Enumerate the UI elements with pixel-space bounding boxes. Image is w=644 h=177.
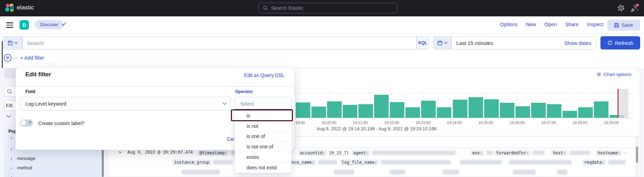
date-range-display[interactable]: Last 15 minutes Show dates: [451, 36, 596, 49]
menu-icon[interactable]: [6, 22, 13, 28]
histogram-bar[interactable]: [468, 97, 483, 118]
nav-link-open[interactable]: Open: [544, 22, 557, 27]
histogram-bar[interactable]: [327, 101, 342, 118]
global-search-placeholder: Search Elastic: [271, 5, 303, 11]
doc-field[interactable]: accountid:10_15_7): [298, 150, 349, 156]
chart-options-button[interactable]: Chart options: [596, 72, 631, 77]
space-avatar[interactable]: D: [20, 20, 29, 30]
help-icon[interactable]: [617, 4, 625, 12]
newsfeed-icon[interactable]: [630, 4, 639, 13]
save-button[interactable]: Save: [607, 20, 640, 31]
redacted-value: [509, 160, 572, 164]
doc-field[interactable]: log_file_name:: [340, 159, 450, 165]
histogram-bar[interactable]: [343, 105, 357, 118]
edit-as-query-dsl-link[interactable]: Edit as Query DSL: [244, 72, 285, 78]
doc-field[interactable]: [509, 159, 572, 165]
doc-field[interactable]: hostname:-: [596, 150, 627, 156]
save-icon: [614, 23, 619, 28]
doc-field[interactable]: instance_group: [172, 159, 232, 165]
doc-field[interactable]: host:: [551, 150, 590, 156]
histogram-bar[interactable]: [296, 102, 310, 118]
histogram-bar[interactable]: [421, 101, 436, 118]
doc-field-key[interactable]: agent:: [351, 150, 370, 156]
expand-row-icon[interactable]: >: [119, 150, 121, 155]
kql-language-button[interactable]: KQL: [417, 36, 429, 49]
popover-divider: [16, 86, 294, 87]
filter-set-icon[interactable]: [3, 54, 12, 62]
redacted-value: [533, 151, 545, 155]
show-dates-button[interactable]: Show dates: [564, 40, 591, 46]
x-axis-tick-label: 19:25:00: [478, 121, 493, 125]
redacted-value: [213, 160, 232, 164]
histogram-bar[interactable]: [405, 107, 420, 118]
operator-option-does-not-exist[interactable]: does not exist: [235, 162, 292, 173]
redacted-value: [318, 160, 337, 164]
doc-field-key[interactable]: accountid:: [298, 150, 327, 156]
x-axis-tick-label: 19:27:00: [541, 121, 556, 125]
query-search-placeholder: Search: [27, 40, 44, 46]
date-picker-quick-menu-button[interactable]: [433, 36, 451, 49]
histogram-bar[interactable]: [374, 95, 389, 118]
chevron-down-icon: [223, 102, 227, 105]
saved-query-icon: [8, 41, 13, 45]
global-search-input[interactable]: Search Elastic: [258, 3, 397, 13]
operator-combobox[interactable]: Select: [235, 97, 292, 110]
field-list-item[interactable]: t: [8, 146, 14, 152]
doc-field[interactable]: [460, 159, 502, 165]
nav-link-options[interactable]: Options: [500, 22, 518, 27]
field-list-item[interactable]: tmessage: [8, 155, 36, 161]
query-search-input[interactable]: Search: [22, 36, 417, 49]
refresh-button[interactable]: Refresh: [600, 36, 640, 49]
histogram-bar[interactable]: [358, 104, 373, 118]
operator-option-is-not-one-of[interactable]: is not one of: [235, 142, 292, 152]
operator-option-is-one-of[interactable]: is one of: [235, 131, 292, 142]
doc-field-key[interactable]: forwardedfor:: [494, 150, 530, 156]
doc-field-key[interactable]: @timestamp:: [198, 150, 229, 156]
histogram-bar[interactable]: [515, 106, 530, 118]
histogram-bar[interactable]: [311, 107, 326, 118]
histogram-bar[interactable]: [484, 99, 499, 118]
doc-field[interactable]: forwardedfor:: [494, 150, 545, 156]
doc-field-key[interactable]: env:: [471, 150, 484, 156]
table-scrollbar-thumb[interactable]: [636, 147, 638, 163]
doc-field-key[interactable]: hostname:: [596, 150, 622, 156]
operator-option-is-not[interactable]: is not: [235, 121, 292, 132]
doc-field-key[interactable]: log_file_name:: [340, 160, 379, 165]
histogram-bar[interactable]: [562, 111, 577, 118]
histogram-bar[interactable]: [500, 103, 514, 118]
breadcrumb[interactable]: Discover: [35, 20, 64, 29]
field-list-item[interactable]: t: [8, 134, 14, 140]
nav-link-new[interactable]: New: [526, 22, 536, 27]
sidebar-scrollbar[interactable]: [102, 150, 104, 177]
histogram-bar[interactable]: [594, 101, 608, 118]
histogram-bar[interactable]: [437, 107, 451, 118]
time-range-value[interactable]: Last 15 minutes: [456, 40, 493, 46]
doc-field[interactable]: env:: [471, 150, 493, 156]
doc-field-key[interactable]: reqdata:: [582, 160, 606, 165]
nav-link-inspect[interactable]: Inspect: [587, 22, 603, 27]
saved-query-menu-button[interactable]: [3, 36, 22, 49]
add-filter-button[interactable]: + Add filter: [20, 55, 44, 61]
histogram-bar[interactable]: [578, 107, 593, 118]
histogram-bar[interactable]: [390, 102, 404, 118]
x-axis-tick-label: 19:24:00: [447, 121, 462, 125]
doc-field-key[interactable]: host:: [551, 150, 567, 156]
histogram-bar[interactable]: [453, 100, 467, 118]
check-icon[interactable]: [62, 22, 67, 26]
histogram-bar[interactable]: [547, 104, 561, 118]
doc-field[interactable]: reqdata:: [582, 159, 626, 165]
field-list-item[interactable]: t: [8, 174, 14, 177]
filter-pin-divider: [13, 58, 17, 59]
field-combobox[interactable]: Log-Level.keyword: [20, 97, 231, 110]
refresh-icon: [607, 40, 612, 45]
field-list-item[interactable]: tmethod: [8, 165, 32, 171]
redacted-value: [557, 170, 567, 175]
nav-link-share[interactable]: Share: [565, 22, 579, 27]
doc-row-time[interactable]: Aug 9, 2022 @ 19:29:07.474: [127, 150, 193, 155]
operator-option-exists[interactable]: exists: [235, 152, 292, 162]
operator-combobox-placeholder: Select: [240, 101, 254, 107]
chevron-down-icon[interactable]: [6, 115, 11, 118]
histogram-bar[interactable]: [531, 103, 546, 118]
doc-field-key[interactable]: instance_group: [172, 160, 211, 165]
doc-field[interactable]: agent:: [351, 150, 456, 156]
